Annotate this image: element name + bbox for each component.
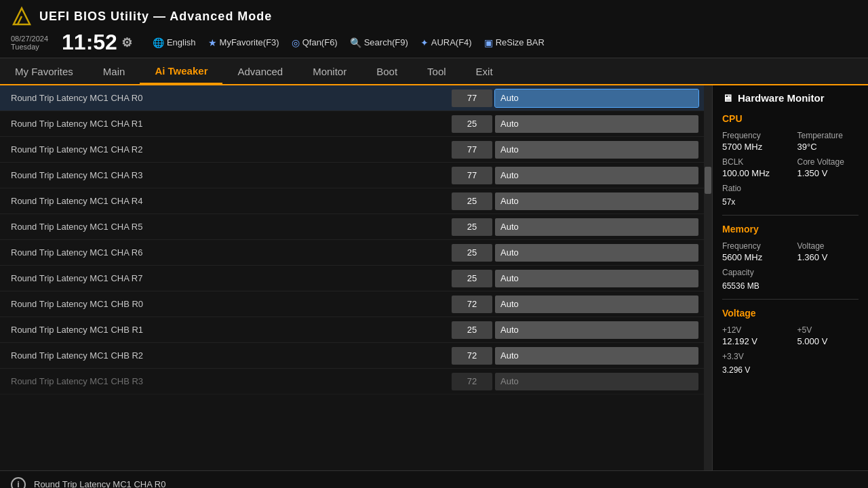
nav-advanced[interactable]: Advanced: [222, 58, 298, 84]
settings-row[interactable]: Round Trip Latency MC1 CHB R072Auto: [0, 291, 704, 317]
toolbar: 🌐 English ★ MyFavorite(F3) ◎ Qfan(F6) 🔍 …: [153, 37, 545, 48]
settings-row[interactable]: Round Trip Latency MC1 CHA R525Auto: [0, 214, 704, 240]
row-auto-value[interactable]: Auto: [495, 347, 698, 365]
voltage-5v-value: 5.000 V: [797, 336, 859, 346]
nav-boot[interactable]: Boot: [361, 58, 412, 84]
voltage-12v-value: 12.192 V: [722, 336, 784, 346]
nav-tool[interactable]: Tool: [412, 58, 461, 84]
memory-voltage-value: 1.360 V: [797, 252, 859, 262]
cpu-freq-temp-row: Frequency 5700 MHz Temperature 39°C: [722, 131, 859, 152]
voltage-5v-label: +5V: [797, 325, 859, 335]
memory-frequency-value: 5600 MHz: [722, 252, 784, 262]
memory-capacity-value: 65536 MB: [722, 281, 760, 291]
row-auto-value[interactable]: Auto: [495, 321, 698, 339]
toolbar-resizebar[interactable]: ▣ ReSize BAR: [484, 37, 545, 48]
favorite-icon: ★: [208, 37, 217, 48]
voltage-section-title: Voltage: [722, 308, 859, 319]
row-num-value: 72: [452, 296, 492, 313]
bios-title: UEFI BIOS Utility — Advanced Mode: [39, 9, 272, 24]
main-area: Round Trip Latency MC1 CHA R077AutoRound…: [0, 85, 868, 470]
memory-voltage-label: Voltage: [797, 241, 859, 251]
memory-voltage-col: Voltage 1.360 V: [797, 241, 859, 262]
scrollbar-thumb[interactable]: [705, 167, 711, 194]
toolbar-resizebar-label: ReSize BAR: [496, 37, 545, 47]
row-num-value: 25: [452, 321, 492, 339]
voltage-5v-col: +5V 5.000 V: [797, 325, 859, 346]
svg-line-1: [18, 16, 22, 24]
row-auto-value[interactable]: Auto: [495, 270, 698, 287]
info-text: Round Trip Latency MC1 CHA R0: [34, 479, 165, 488]
row-auto-value[interactable]: Auto: [495, 167, 698, 184]
nav-main[interactable]: Main: [88, 58, 140, 84]
memory-capacity-row: Capacity: [722, 268, 859, 277]
settings-row[interactable]: Round Trip Latency MC1 CHA R425Auto: [0, 188, 704, 214]
nav-monitor[interactable]: Monitor: [298, 58, 361, 84]
settings-row[interactable]: Round Trip Latency MC1 CHA R625Auto: [0, 240, 704, 266]
cpu-corevoltage-label: Core Voltage: [797, 157, 859, 167]
cpu-frequency-label: Frequency: [722, 131, 784, 140]
row-num-value: 25: [452, 244, 492, 262]
row-num-value: 25: [452, 115, 492, 133]
row-label: Round Trip Latency MC1 CHA R5: [5, 222, 452, 232]
memory-capacity-label: Capacity: [722, 268, 754, 277]
settings-row[interactable]: Round Trip Latency MC1 CHA R125Auto: [0, 111, 704, 137]
row-auto-value[interactable]: Auto: [495, 89, 698, 107]
cpu-bclk-col: BCLK 100.00 MHz: [722, 157, 784, 178]
memory-frequency-label: Frequency: [722, 241, 784, 251]
cpu-corevoltage-value: 1.350 V: [797, 168, 859, 178]
hardware-monitor-panel: 🖥 Hardware Monitor CPU Frequency 5700 MH…: [712, 85, 868, 470]
settings-row[interactable]: Round Trip Latency MC1 CHA R377Auto: [0, 163, 704, 188]
settings-row[interactable]: Round Trip Latency MC1 CHB R372Auto: [0, 369, 704, 394]
cpu-bclk-label: BCLK: [722, 157, 784, 167]
row-label: Round Trip Latency MC1 CHB R0: [5, 299, 452, 309]
cpu-temperature-label: Temperature: [797, 131, 859, 140]
date-display: 08/27/2024 Tuesday: [11, 35, 48, 51]
clock-display: 11:52 ⚙: [62, 30, 132, 55]
row-auto-value[interactable]: Auto: [495, 141, 698, 159]
row-auto-value[interactable]: Auto: [495, 115, 698, 133]
toolbar-myfavorite[interactable]: ★ MyFavorite(F3): [208, 37, 279, 48]
toolbar-qfan-label: Qfan(F6): [302, 37, 338, 47]
divider-2: [722, 299, 859, 300]
nav-exit[interactable]: Exit: [461, 58, 508, 84]
voltage-33v-row: +3.3V: [722, 352, 859, 361]
toolbar-english-label: English: [167, 37, 196, 47]
hardware-monitor-title: 🖥 Hardware Monitor: [722, 92, 859, 104]
row-num-value: 25: [452, 192, 492, 210]
cpu-ratio-value-row: 57x: [722, 197, 859, 207]
row-auto-value[interactable]: Auto: [495, 296, 698, 313]
row-label: Round Trip Latency MC1 CHA R1: [5, 119, 452, 129]
qfan-icon: ◎: [292, 37, 300, 48]
nav-my-favorites[interactable]: My Favorites: [0, 58, 88, 84]
nav-ai-tweaker[interactable]: Ai Tweaker: [140, 58, 222, 84]
settings-row[interactable]: Round Trip Latency MC1 CHA R725Auto: [0, 266, 704, 291]
cpu-section-title: CPU: [722, 113, 859, 124]
settings-row[interactable]: Round Trip Latency MC1 CHB R125Auto: [0, 317, 704, 343]
settings-row[interactable]: Round Trip Latency MC1 CHB R272Auto: [0, 343, 704, 369]
cpu-frequency-value: 5700 MHz: [722, 142, 784, 152]
row-label: Round Trip Latency MC1 CHA R3: [5, 170, 452, 180]
row-auto-value[interactable]: Auto: [495, 244, 698, 262]
scrollbar-track[interactable]: [704, 85, 712, 470]
header: UEFI BIOS Utility — Advanced Mode 08/27/…: [0, 0, 868, 58]
toolbar-search-label: Search(F9): [364, 37, 408, 47]
toolbar-aura[interactable]: ✦ AURA(F4): [420, 37, 472, 48]
datetime-bar: 08/27/2024 Tuesday 11:52 ⚙ 🌐 English ★ M…: [11, 30, 857, 55]
settings-icon[interactable]: ⚙: [121, 35, 132, 50]
toolbar-english[interactable]: 🌐 English: [153, 37, 196, 48]
toolbar-qfan[interactable]: ◎ Qfan(F6): [292, 37, 338, 48]
voltage-33v-value-row: 3.296 V: [722, 365, 859, 375]
settings-row[interactable]: Round Trip Latency MC1 CHA R077Auto: [0, 85, 704, 111]
resizebar-icon: ▣: [484, 37, 493, 48]
row-auto-value[interactable]: Auto: [495, 218, 698, 236]
row-auto-value[interactable]: Auto: [495, 373, 698, 390]
row-auto-value[interactable]: Auto: [495, 192, 698, 210]
divider-1: [722, 215, 859, 216]
search-icon: 🔍: [350, 37, 361, 48]
aura-icon: ✦: [420, 37, 429, 48]
voltage-12v-label: +12V: [722, 325, 784, 335]
globe-icon: 🌐: [153, 37, 164, 48]
settings-row[interactable]: Round Trip Latency MC1 CHA R277Auto: [0, 137, 704, 163]
toolbar-search[interactable]: 🔍 Search(F9): [350, 37, 408, 48]
cpu-corevoltage-col: Core Voltage 1.350 V: [797, 157, 859, 178]
